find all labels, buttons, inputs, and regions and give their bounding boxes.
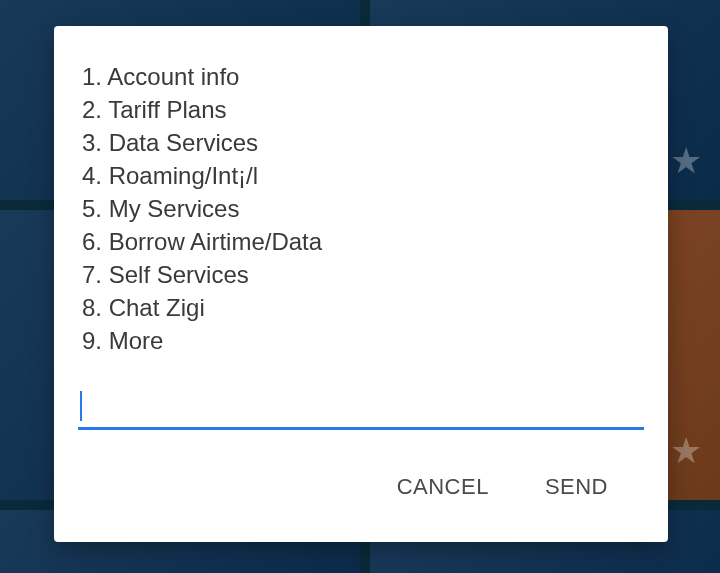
menu-item: 5. My Services [82, 192, 644, 225]
menu-num: 6. [82, 228, 102, 255]
star-icon: ★ [670, 140, 702, 182]
menu-num: 4. [82, 162, 102, 189]
send-button[interactable]: SEND [541, 466, 612, 508]
menu-num: 7. [82, 261, 102, 288]
menu-label: Account info [107, 63, 239, 90]
menu-item: 7. Self Services [82, 258, 644, 291]
menu-label: More [109, 327, 164, 354]
menu-label: Data Services [109, 129, 258, 156]
menu-num: 5. [82, 195, 102, 222]
menu-num: 8. [82, 294, 102, 321]
menu-item: 1. Account info [82, 60, 644, 93]
ussd-dialog: 1. Account info 2. Tariff Plans 3. Data … [54, 26, 668, 542]
star-icon: ★ [670, 430, 702, 472]
cancel-button[interactable]: CANCEL [393, 466, 493, 508]
menu-num: 2. [82, 96, 102, 123]
menu-item: 3. Data Services [82, 126, 644, 159]
menu-list: 1. Account info 2. Tariff Plans 3. Data … [78, 56, 644, 357]
menu-item: 6. Borrow Airtime/Data [82, 225, 644, 258]
menu-label: Tariff Plans [108, 96, 226, 123]
input-area [78, 389, 644, 430]
menu-item: 8. Chat Zigi [82, 291, 644, 324]
menu-item: 4. Roaming/Int¡/l [82, 159, 644, 192]
menu-num: 3. [82, 129, 102, 156]
menu-label: Self Services [109, 261, 249, 288]
menu-label: Roaming/Int¡/l [109, 162, 258, 189]
ussd-input[interactable] [78, 389, 644, 430]
menu-label: Chat Zigi [109, 294, 205, 321]
menu-num: 9. [82, 327, 102, 354]
menu-label: My Services [109, 195, 240, 222]
text-cursor [80, 391, 82, 421]
menu-label: Borrow Airtime/Data [109, 228, 322, 255]
menu-item: 9. More [82, 324, 644, 357]
button-row: CANCEL SEND [78, 466, 644, 522]
menu-item: 2. Tariff Plans [82, 93, 644, 126]
menu-num: 1. [82, 63, 102, 90]
